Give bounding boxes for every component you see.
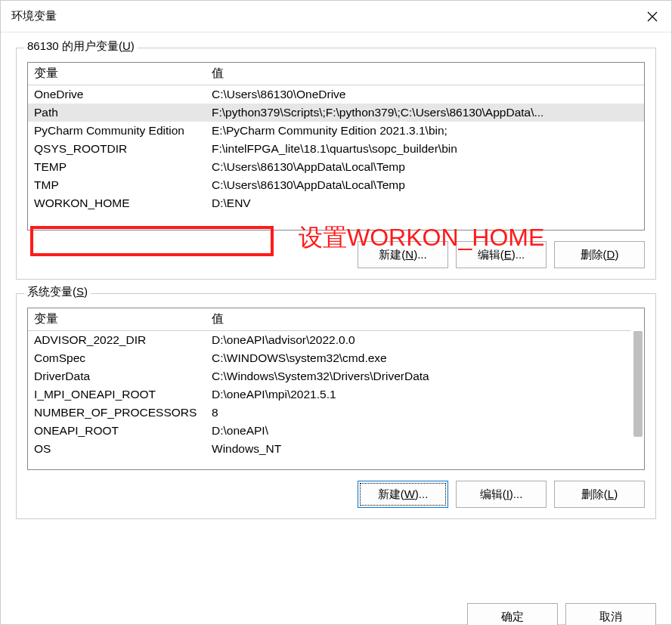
var-name-cell: PyCharm Community Edition xyxy=(28,122,206,140)
table-row[interactable]: I_MPI_ONEAPI_ROOTD:\oneAPI\mpi\2021.5.1 xyxy=(28,385,630,404)
table-row[interactable]: TMPC:\Users\86130\AppData\Local\Temp xyxy=(28,176,644,194)
var-name-cell: TMP xyxy=(28,176,206,194)
var-value-cell: C:\WINDOWS\system32\cmd.exe xyxy=(206,349,630,367)
var-value-cell: C:\Windows\System32\Drivers\DriverData xyxy=(206,367,630,385)
system-variables-group: 系统变量(S) 变量 值 ADVISOR_2022_DIRD:\oneAPI\a… xyxy=(16,293,656,519)
var-value-cell: D:\ENV xyxy=(206,194,644,212)
var-value-cell: D:\oneAPI\mpi\2021.5.1 xyxy=(206,385,630,404)
var-value-cell: F:\python379\Scripts\;F:\python379\;C:\U… xyxy=(206,104,644,122)
var-name-cell: ONEAPI_ROOT xyxy=(28,422,206,440)
system-variables-buttons: 新建(W)... 编辑(I)... 删除(L) xyxy=(27,481,645,508)
table-row[interactable]: TEMPC:\Users\86130\AppData\Local\Temp xyxy=(28,158,644,176)
table-row[interactable]: NUMBER_OF_PROCESSORS8 xyxy=(28,404,630,422)
var-name-cell: DriverData xyxy=(28,367,206,385)
dialog-content: 86130 的用户变量(U) 变量 值 OneDriveC:\Users\861… xyxy=(1,32,671,594)
system-edit-button[interactable]: 编辑(I)... xyxy=(456,481,547,508)
table-row[interactable]: PathF:\python379\Scripts\;F:\python379\;… xyxy=(28,104,644,122)
var-name-cell: WORKON_HOME xyxy=(28,194,206,212)
user-variables-table[interactable]: 变量 值 OneDriveC:\Users\86130\OneDrivePath… xyxy=(27,62,645,231)
var-name-cell: OneDrive xyxy=(28,85,206,104)
user-new-button[interactable]: 新建(N)... xyxy=(358,241,448,268)
env-vars-dialog: 环境变量 86130 的用户变量(U) 变量 值 xyxy=(0,0,672,625)
var-name-cell: TEMP xyxy=(28,158,206,176)
dialog-footer-buttons: 确定 取消 xyxy=(1,594,671,625)
cancel-button[interactable]: 取消 xyxy=(565,603,656,625)
titlebar: 环境变量 xyxy=(1,1,671,32)
table-row[interactable]: OneDriveC:\Users\86130\OneDrive xyxy=(28,85,644,104)
var-name-cell: ComSpec xyxy=(28,349,206,367)
var-value-cell: C:\Users\86130\AppData\Local\Temp xyxy=(206,176,644,194)
table-header-name[interactable]: 变量 xyxy=(28,308,206,331)
table-row[interactable]: QSYS_ROOTDIRF:\intelFPGA_lite\18.1\quart… xyxy=(28,140,644,158)
system-variables-table[interactable]: 变量 值 ADVISOR_2022_DIRD:\oneAPI\advisor\2… xyxy=(27,308,645,470)
table-header-name[interactable]: 变量 xyxy=(28,63,206,85)
dialog-title: 环境变量 xyxy=(11,9,57,23)
var-value-cell: 8 xyxy=(206,404,630,422)
var-value-cell: C:\Users\86130\AppData\Local\Temp xyxy=(206,158,644,176)
var-value-cell: C:\Users\86130\OneDrive xyxy=(206,85,644,104)
user-variables-buttons: 新建(N)... 编辑(E)... 删除(D) xyxy=(27,241,645,268)
var-name-cell: I_MPI_ONEAPI_ROOT xyxy=(28,385,206,404)
table-row[interactable]: OSWindows_NT xyxy=(28,440,630,458)
user-edit-button[interactable]: 编辑(E)... xyxy=(456,241,547,268)
table-row[interactable]: ComSpecC:\WINDOWS\system32\cmd.exe xyxy=(28,349,630,367)
var-value-cell: Windows_NT xyxy=(206,440,630,458)
user-delete-button[interactable]: 删除(D) xyxy=(554,241,645,268)
table-row[interactable]: WORKON_HOMED:\ENV xyxy=(28,194,644,212)
scrollbar-thumb[interactable] xyxy=(633,331,643,437)
user-variables-group: 86130 的用户变量(U) 变量 值 OneDriveC:\Users\861… xyxy=(16,48,656,280)
table-header-value[interactable]: 值 xyxy=(206,63,644,85)
system-delete-button[interactable]: 删除(L) xyxy=(554,481,645,508)
table-row[interactable]: ONEAPI_ROOTD:\oneAPI\ xyxy=(28,422,630,440)
system-new-button[interactable]: 新建(W)... xyxy=(358,481,448,508)
ok-button[interactable]: 确定 xyxy=(467,603,558,625)
var-name-cell: Path xyxy=(28,104,206,122)
user-variables-group-label: 86130 的用户变量(U) xyxy=(24,39,138,54)
var-value-cell: F:\intelFPGA_lite\18.1\quartus\sopc_buil… xyxy=(206,140,644,158)
var-name-cell: ADVISOR_2022_DIR xyxy=(28,331,206,350)
table-header-value[interactable]: 值 xyxy=(206,308,630,331)
var-name-cell: QSYS_ROOTDIR xyxy=(28,140,206,158)
table-row[interactable]: ADVISOR_2022_DIRD:\oneAPI\advisor\2022.0… xyxy=(28,331,630,350)
system-variables-group-label: 系统变量(S) xyxy=(24,285,91,299)
var-name-cell: OS xyxy=(28,440,206,458)
table-row[interactable]: DriverDataC:\Windows\System32\Drivers\Dr… xyxy=(28,367,630,385)
table-row[interactable]: PyCharm Community EditionE:\PyCharm Comm… xyxy=(28,122,644,140)
close-icon xyxy=(647,11,658,22)
var-name-cell: NUMBER_OF_PROCESSORS xyxy=(28,404,206,422)
close-button[interactable] xyxy=(633,1,671,32)
var-value-cell: E:\PyCharm Community Edition 2021.3.1\bi… xyxy=(206,122,644,140)
var-value-cell: D:\oneAPI\advisor\2022.0.0 xyxy=(206,331,630,350)
var-value-cell: D:\oneAPI\ xyxy=(206,422,630,440)
